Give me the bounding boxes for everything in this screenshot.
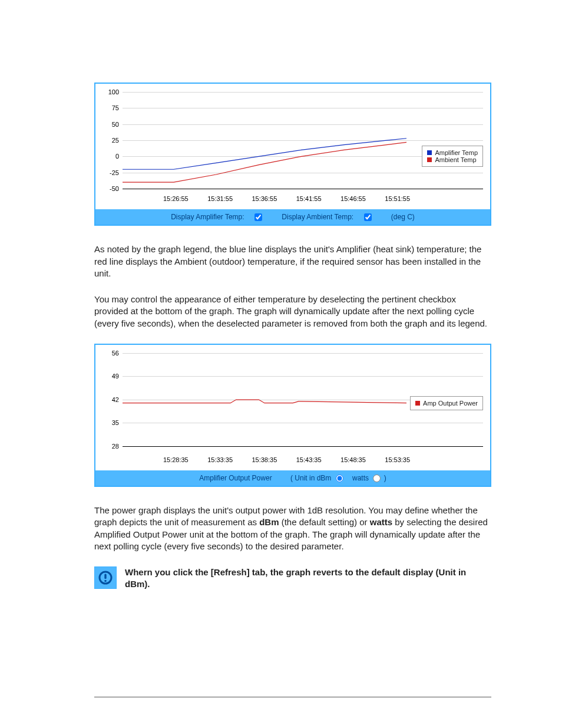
y-tick: -50 xyxy=(110,185,119,192)
page-footer-rule xyxy=(94,697,491,697)
x-tick: 15:28:35 xyxy=(163,456,189,463)
svg-point-2 xyxy=(104,580,107,582)
display-amplifier-checkbox[interactable] xyxy=(254,213,262,221)
refresh-note-text: Whern you click the [Refresh] tab, the g… xyxy=(125,566,491,591)
paragraph-2: You may control the appearance of either… xyxy=(94,294,491,330)
svg-rect-1 xyxy=(104,574,106,579)
y-tick: 35 xyxy=(112,419,119,426)
y-tick: 49 xyxy=(112,373,119,380)
y-tick: 50 xyxy=(112,121,119,128)
legend-item: Amplifier Temp xyxy=(427,149,478,156)
y-tick: 0 xyxy=(115,153,119,160)
temperature-chart-controls: Display Amplifier Temp: Display Ambient … xyxy=(95,209,490,225)
paragraph-1: As noted by the graph legend, the blue l… xyxy=(94,243,491,279)
unit-dbm-label: ( Unit in dBm xyxy=(290,474,331,482)
paragraph-3: The power graph displays the unit's outp… xyxy=(94,505,491,552)
y-tick: -25 xyxy=(110,169,119,176)
x-tick: 15:41:55 xyxy=(296,195,322,202)
unit-watts-radio[interactable] xyxy=(373,475,381,482)
alert-icon xyxy=(94,566,117,589)
y-tick: 100 xyxy=(108,88,119,95)
display-amplifier-label: Display Amplifier Temp: xyxy=(171,213,244,221)
y-tick: 42 xyxy=(112,396,119,403)
y-tick: 56 xyxy=(112,350,119,357)
legend-item: Amp Output Power xyxy=(415,400,478,407)
display-ambient-label: Display Ambient Temp: xyxy=(282,213,353,221)
chart-legend: Amplifier TempAmbient Temp xyxy=(422,146,483,167)
unit-watts-label: watts xyxy=(352,474,369,482)
x-tick: 15:43:35 xyxy=(296,456,322,463)
units-label: (deg C) xyxy=(391,213,415,221)
x-tick: 15:48:35 xyxy=(340,456,366,463)
chart-legend: Amp Output Power xyxy=(410,396,483,410)
x-tick: 15:53:35 xyxy=(385,456,410,463)
y-tick: 28 xyxy=(112,443,119,450)
temperature-chart: -50-250255075100 Amplifier TempAmbient T… xyxy=(94,83,491,226)
x-tick: 15:26:55 xyxy=(163,195,189,202)
y-tick: 75 xyxy=(112,104,119,111)
x-tick: 15:31:55 xyxy=(207,195,233,202)
x-tick: 15:46:55 xyxy=(340,195,366,202)
refresh-note: Whern you click the [Refresh] tab, the g… xyxy=(94,566,491,591)
power-chart-controls: Amplifier Output Power ( Unit in dBm wat… xyxy=(95,470,490,486)
unit-suffix: ) xyxy=(384,474,386,482)
y-tick: 25 xyxy=(112,137,119,144)
unit-dbm-radio[interactable] xyxy=(336,475,343,482)
power-chart: 2835424956 Amp Output Power 15:28:3515:3… xyxy=(94,344,491,487)
x-tick: 15:51:55 xyxy=(385,195,410,202)
power-chart-title: Amplifier Output Power xyxy=(199,474,272,482)
display-ambient-checkbox[interactable] xyxy=(364,213,372,221)
legend-item: Ambient Temp xyxy=(427,156,478,163)
x-tick: 15:38:35 xyxy=(252,456,277,463)
x-tick: 15:33:35 xyxy=(207,456,233,463)
x-tick: 15:36:55 xyxy=(252,195,277,202)
